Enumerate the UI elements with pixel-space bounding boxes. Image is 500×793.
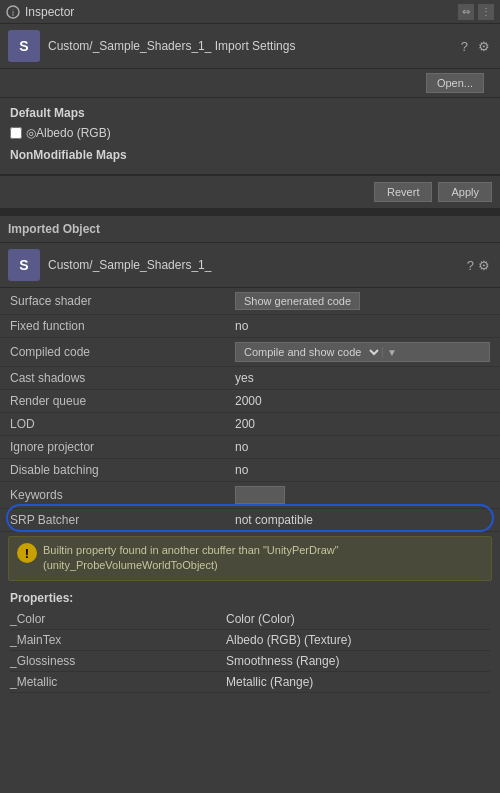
prop-value: 2000 [225, 390, 500, 413]
apply-button[interactable]: Apply [438, 182, 492, 202]
prop-label: LOD [0, 413, 225, 436]
property-value: Albedo (RGB) (Texture) [226, 629, 490, 650]
chevron-down-icon: ▼ [382, 347, 401, 358]
shader-properties-container: Surface shader Show generated code Fixed… [0, 288, 500, 532]
table-row: Ignore projector no [0, 436, 500, 459]
asset-icon: S [8, 30, 40, 62]
table-row: Render queue 2000 [0, 390, 500, 413]
table-row: Surface shader Show generated code [0, 288, 500, 315]
help-icon-header[interactable]: ? [459, 39, 470, 54]
property-row: _GlossinessSmoothness (Range) [10, 650, 490, 671]
lock-button[interactable]: ⇔ [458, 4, 474, 20]
non-modifiable-title: NonModifiable Maps [10, 148, 490, 162]
default-maps-title: Default Maps [10, 106, 490, 120]
prop-value: Show generated code [225, 288, 500, 315]
prop-value: no [225, 459, 500, 482]
asset-header-actions: ? ⚙ [459, 39, 492, 54]
properties-title: Properties: [10, 591, 490, 605]
property-value: Color (Color) [226, 609, 490, 630]
prop-label: Surface shader [0, 288, 225, 315]
prop-label: Fixed function [0, 315, 225, 338]
compile-select-wrapper: Compile and show code ▼ [235, 342, 490, 362]
section-divider [0, 208, 500, 216]
action-buttons: Revert Apply [0, 175, 500, 208]
revert-button[interactable]: Revert [374, 182, 432, 202]
title-bar: i Inspector ⇔ ⋮ [0, 0, 500, 24]
table-row: Fixed function no [0, 315, 500, 338]
imported-settings-icon[interactable]: ⚙ [476, 258, 492, 273]
prop-label: Disable batching [0, 459, 225, 482]
settings-icon-header[interactable]: ⚙ [476, 39, 492, 54]
property-value: Smoothness (Range) [226, 650, 490, 671]
table-row: Compiled code Compile and show code ▼ [0, 338, 500, 367]
open-button[interactable]: Open... [426, 73, 484, 93]
property-name: _Color [10, 609, 226, 630]
property-value: Metallic (Range) [226, 671, 490, 692]
property-name: _Glossiness [10, 650, 226, 671]
property-name: _MainTex [10, 629, 226, 650]
property-row: _ColorColor (Color) [10, 609, 490, 630]
prop-value: Compile and show code ▼ [225, 338, 500, 367]
table-row: LOD 200 [0, 413, 500, 436]
title-bar-controls: ⇔ ⋮ [458, 4, 494, 20]
imported-help-icon[interactable]: ? [465, 258, 476, 273]
prop-value: 200 [225, 413, 500, 436]
albedo-label: ◎Albedo (RGB) [26, 126, 111, 140]
prop-label: Ignore projector [0, 436, 225, 459]
warning-box: ! Builtin property found in another cbuf… [8, 536, 492, 581]
title-bar-label: Inspector [25, 5, 74, 19]
show-generated-code-button[interactable]: Show generated code [235, 292, 360, 310]
prop-label: Compiled code [0, 338, 225, 367]
more-button[interactable]: ⋮ [478, 4, 494, 20]
property-row: _MainTexAlbedo (RGB) (Texture) [10, 629, 490, 650]
srp-label: SRP Batcher [0, 509, 225, 532]
properties-section: Properties: _ColorColor (Color)_MainTexA… [0, 585, 500, 699]
shader-properties-table: Surface shader Show generated code Fixed… [0, 288, 500, 532]
property-name: _Metallic [10, 671, 226, 692]
srp-batcher-row: SRP Batcher not compatible [0, 509, 500, 532]
prop-value [225, 482, 500, 509]
table-row: Keywords [0, 482, 500, 509]
imported-asset-row: S Custom/_Sample_Shaders_1_ ? ⚙ [0, 243, 500, 288]
svg-text:i: i [12, 8, 14, 18]
imported-asset-title: Custom/_Sample_Shaders_1_ [48, 258, 465, 272]
compile-select[interactable]: Compile and show code [236, 343, 382, 361]
prop-label: Keywords [0, 482, 225, 509]
prop-label: Cast shadows [0, 367, 225, 390]
warning-icon: ! [17, 543, 37, 563]
prop-value: no [225, 315, 500, 338]
prop-label: Render queue [0, 390, 225, 413]
asset-header: S Custom/_Sample_Shaders_1_ Import Setti… [0, 24, 500, 69]
default-maps-section: Default Maps ◎Albedo (RGB) NonModifiable… [0, 98, 500, 175]
srp-value: not compatible [225, 509, 500, 532]
table-row: Cast shadows yes [0, 367, 500, 390]
properties-table: _ColorColor (Color)_MainTexAlbedo (RGB) … [10, 609, 490, 693]
inspector-icon: i [6, 5, 20, 19]
property-row: _MetallicMetallic (Range) [10, 671, 490, 692]
imported-object-header: Imported Object [0, 216, 500, 243]
albedo-checkbox-row: ◎Albedo (RGB) [10, 124, 490, 142]
asset-title: Custom/_Sample_Shaders_1_ Import Setting… [48, 39, 459, 53]
prop-value: no [225, 436, 500, 459]
prop-value: yes [225, 367, 500, 390]
albedo-checkbox[interactable] [10, 127, 22, 139]
imported-asset-icon: S [8, 249, 40, 281]
table-row: Disable batching no [0, 459, 500, 482]
warning-text: Builtin property found in another cbuffe… [43, 543, 483, 574]
keywords-input[interactable] [235, 486, 285, 504]
